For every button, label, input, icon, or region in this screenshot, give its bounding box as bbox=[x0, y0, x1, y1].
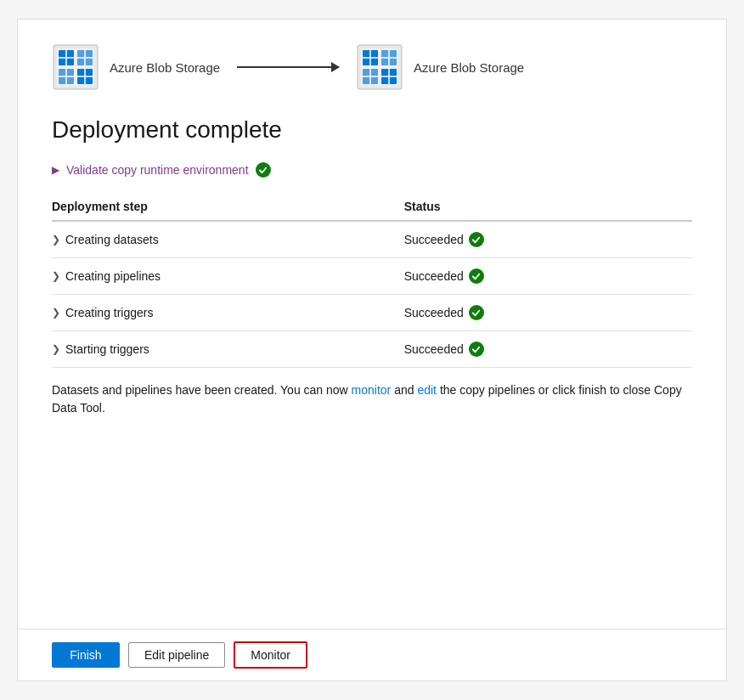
validate-label: Validate copy runtime environment bbox=[66, 163, 249, 177]
status-success-icon bbox=[469, 342, 484, 357]
validate-chevron-icon: ▶ bbox=[52, 164, 59, 176]
status-success-icon bbox=[469, 268, 484, 284]
arrow-line bbox=[237, 66, 339, 68]
col-header-step: Deployment step bbox=[52, 193, 404, 221]
status-success-icon bbox=[469, 305, 484, 320]
info-text: Datasets and pipelines have been created… bbox=[52, 381, 692, 417]
dest-storage-item: Azure Blob Storage bbox=[356, 43, 524, 91]
step-name: Creating triggers bbox=[65, 306, 154, 319]
status-text: Succeeded bbox=[404, 306, 464, 319]
status-cell-1: Succeeded bbox=[404, 258, 692, 295]
source-storage-icon bbox=[52, 43, 99, 91]
status-text: Succeeded bbox=[404, 269, 464, 283]
step-chevron-icon: ❯ bbox=[52, 307, 60, 319]
source-storage-label: Azure Blob Storage bbox=[110, 60, 220, 75]
deployment-table: Deployment step Status ❯Creating dataset… bbox=[52, 193, 692, 368]
info-text-middle: and bbox=[391, 383, 417, 397]
storage-diagram: Azure Blob Storage bbox=[52, 43, 692, 91]
step-cell-3: ❯Starting triggers bbox=[52, 331, 404, 368]
edit-link[interactable]: edit bbox=[417, 383, 437, 397]
dest-storage-icon bbox=[356, 43, 403, 91]
dest-storage-label: Azure Blob Storage bbox=[414, 60, 524, 75]
monitor-link[interactable]: monitor bbox=[352, 383, 392, 397]
col-header-status: Status bbox=[404, 193, 692, 221]
status-cell-2: Succeeded bbox=[404, 295, 692, 331]
status-text: Succeeded bbox=[404, 342, 464, 356]
table-row[interactable]: ❯Creating datasetsSucceeded bbox=[52, 221, 692, 258]
step-chevron-icon: ❯ bbox=[52, 234, 60, 246]
validate-success-icon bbox=[256, 162, 271, 178]
step-name: Creating pipelines bbox=[65, 269, 161, 283]
table-row[interactable]: ❯Starting triggersSucceeded bbox=[52, 331, 692, 368]
validate-row[interactable]: ▶ Validate copy runtime environment bbox=[52, 162, 692, 178]
step-cell-2: ❯Creating triggers bbox=[52, 295, 404, 331]
monitor-button[interactable]: Monitor bbox=[234, 641, 307, 669]
step-chevron-icon: ❯ bbox=[52, 343, 60, 355]
dialog-footer: Finish Edit pipeline Monitor bbox=[18, 629, 726, 680]
info-text-before: Datasets and pipelines have been created… bbox=[52, 383, 352, 397]
source-storage-item: Azure Blob Storage bbox=[52, 43, 220, 91]
step-name: Starting triggers bbox=[65, 342, 149, 356]
table-row[interactable]: ❯Creating pipelinesSucceeded bbox=[52, 258, 692, 295]
page-title: Deployment complete bbox=[52, 116, 692, 144]
status-cell-0: Succeeded bbox=[404, 221, 692, 258]
edit-pipeline-button[interactable]: Edit pipeline bbox=[128, 642, 225, 668]
step-cell-1: ❯Creating pipelines bbox=[52, 258, 404, 295]
status-success-icon bbox=[469, 232, 484, 247]
finish-button[interactable]: Finish bbox=[52, 642, 120, 668]
step-name: Creating datasets bbox=[65, 233, 159, 246]
step-chevron-icon: ❯ bbox=[52, 270, 60, 282]
arrow-connector bbox=[237, 66, 339, 68]
deployment-dialog: Azure Blob Storage bbox=[17, 19, 727, 681]
status-text: Succeeded bbox=[404, 233, 464, 246]
table-row[interactable]: ❯Creating triggersSucceeded bbox=[52, 295, 692, 331]
status-cell-3: Succeeded bbox=[404, 331, 692, 368]
dialog-body: Azure Blob Storage bbox=[18, 20, 726, 629]
step-cell-0: ❯Creating datasets bbox=[52, 221, 404, 258]
